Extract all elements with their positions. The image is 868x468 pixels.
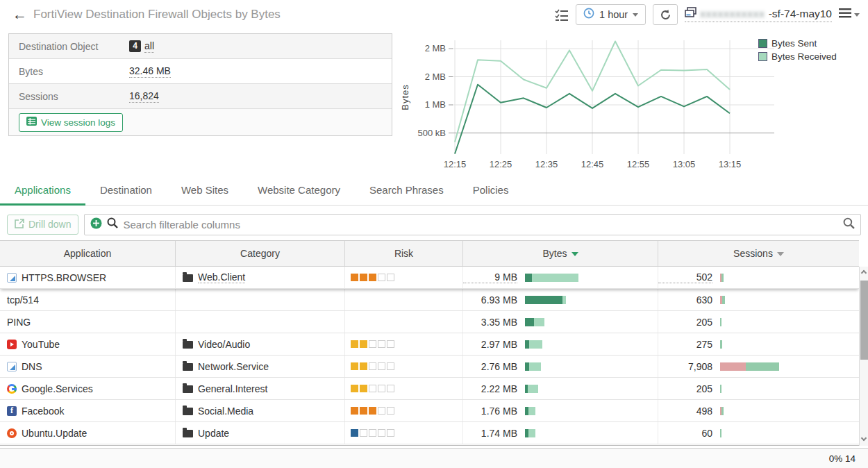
sessions-cell[interactable]: 60 [658, 422, 859, 444]
bytes-value[interactable]: 2.97 MB [463, 339, 517, 350]
add-filter-icon[interactable] [90, 217, 102, 232]
sessions-cell[interactable]: 7,908 [658, 356, 859, 377]
bytes-value[interactable]: 6.93 MB [463, 294, 517, 306]
category-cell[interactable]: Video/Audio [176, 333, 345, 355]
tab-web-sites[interactable]: Web Sites [167, 175, 243, 205]
sessions-cell[interactable]: 502 [658, 267, 859, 288]
column-header-category[interactable]: Category [176, 241, 345, 266]
bytes-cell[interactable]: 2.97 MB [463, 333, 658, 355]
category-cell[interactable]: Web.Client [176, 267, 345, 288]
sessions-value[interactable]: 275 [658, 339, 712, 350]
time-range-dropdown[interactable]: 1 hour [576, 4, 646, 25]
bytes-cell[interactable]: 3.35 MB [463, 311, 658, 333]
table-row[interactable]: YouTubeVideo/Audio2.97 MB275 [0, 333, 859, 356]
main-menu-button[interactable] [839, 8, 860, 21]
bytes-cell[interactable]: 9 MB [463, 267, 658, 288]
application-cell[interactable]: Ubuntu.Update [0, 422, 176, 444]
table-row[interactable]: HTTPS.BROWSERWeb.Client9 MB502 [0, 267, 859, 289]
tab-policies[interactable]: Policies [458, 175, 524, 205]
table-row[interactable]: PING3.35 MB205 [0, 311, 859, 333]
column-header-bytes[interactable]: Bytes [463, 241, 658, 266]
view-session-logs-button[interactable]: View session logs [19, 113, 123, 132]
application-cell[interactable]: Facebook [0, 400, 176, 421]
category-label[interactable]: Social.Media [198, 406, 253, 417]
sessions-value[interactable]: 630 [658, 294, 712, 306]
table-row[interactable]: DNSNetwork.Service2.76 MB7,908 [0, 356, 859, 378]
application-cell[interactable]: Google.Services [0, 378, 176, 399]
category-label[interactable]: Network.Service [198, 361, 269, 372]
legend-item-bytes-received: Bytes Received [758, 51, 837, 62]
sessions-cell[interactable]: 630 [658, 289, 859, 310]
vertical-scrollbar[interactable] [859, 267, 868, 446]
sessions-bar [720, 407, 724, 415]
bytes-value[interactable]: 2.76 MB [463, 361, 517, 372]
risk-square [369, 407, 376, 415]
column-header-risk[interactable]: Risk [345, 241, 463, 266]
tab-search-phrases[interactable]: Search Phrases [355, 175, 458, 205]
category-label[interactable]: Update [198, 428, 229, 439]
back-arrow-icon[interactable]: ← [12, 6, 27, 23]
risk-square [360, 407, 367, 415]
bytes-total-value[interactable]: 32.46 MB [129, 65, 171, 78]
bytes-value[interactable]: 2.22 MB [463, 383, 517, 394]
tab-applications[interactable]: Applications [0, 175, 85, 205]
table-row[interactable]: tcp/5146.93 MB630 [0, 289, 859, 311]
bytes-value[interactable]: 1.76 MB [463, 406, 517, 417]
tab-website-category[interactable]: Website Category [243, 175, 355, 205]
bytes-value[interactable]: 9 MB [463, 271, 517, 283]
checklist-icon[interactable] [555, 8, 569, 21]
sessions-cell[interactable]: 205 [658, 311, 859, 333]
bytes-value[interactable]: 3.35 MB [463, 317, 517, 328]
sessions-value[interactable]: 502 [658, 271, 712, 283]
category-label[interactable]: Video/Audio [198, 339, 250, 350]
application-cell[interactable]: YouTube [0, 333, 176, 355]
tab-destination[interactable]: Destination [85, 175, 167, 205]
table-row[interactable]: FacebookSocial.Media1.76 MB498 [0, 400, 859, 422]
application-cell[interactable]: HTTPS.BROWSER [0, 267, 176, 288]
category-cell[interactable] [176, 311, 345, 333]
bytes-cell[interactable]: 1.76 MB [463, 400, 658, 421]
bytes-cell[interactable]: 2.22 MB [463, 378, 658, 399]
sessions-value[interactable]: 205 [658, 317, 712, 328]
drill-down-label: Drill down [28, 219, 71, 230]
sessions-value[interactable]: 60 [658, 428, 712, 439]
search-input[interactable] [123, 219, 838, 231]
bytes-cell[interactable]: 2.76 MB [463, 356, 658, 377]
scroll-up-icon[interactable] [861, 270, 867, 276]
sessions-cell[interactable]: 205 [658, 378, 859, 399]
hostname[interactable]: xxxxxxxxxxx-sf-74-may10 [685, 7, 832, 22]
category-cell[interactable] [176, 289, 345, 310]
sessions-value[interactable]: 7,908 [658, 361, 712, 372]
table-row[interactable]: Ubuntu.UpdateUpdate1.74 MB60 [0, 422, 859, 444]
filter-search-bar[interactable] [84, 214, 861, 235]
sessions-value[interactable]: 498 [658, 406, 712, 417]
refresh-button[interactable] [653, 4, 678, 25]
table-row[interactable]: Google.ServicesGeneral.Interest2.22 MB20… [0, 378, 859, 400]
search-submit-icon[interactable] [843, 217, 855, 232]
column-header-application[interactable]: Application [0, 241, 176, 266]
application-cell[interactable]: PING [0, 311, 176, 333]
category-cell[interactable]: Network.Service [176, 356, 345, 377]
application-cell[interactable]: DNS [0, 356, 176, 377]
scroll-down-icon[interactable] [861, 435, 867, 441]
risk-cell [345, 400, 463, 421]
bytes-cell[interactable]: 6.93 MB [463, 289, 658, 310]
category-label[interactable]: Web.Client [198, 271, 245, 283]
drill-down-button[interactable]: Drill down [7, 215, 78, 235]
bytes-cell[interactable]: 1.74 MB [463, 422, 658, 444]
category-cell[interactable]: Update [176, 422, 345, 444]
column-header-sessions[interactable]: Sessions [658, 241, 859, 266]
risk-square [369, 362, 376, 370]
category-cell[interactable]: Social.Media [176, 400, 345, 421]
sessions-value[interactable]: 205 [658, 383, 712, 394]
category-cell[interactable]: General.Interest [176, 378, 345, 399]
category-label[interactable]: General.Interest [198, 383, 267, 394]
sessions-cell[interactable]: 275 [658, 333, 859, 355]
destination-value[interactable]: all [144, 40, 154, 53]
application-cell[interactable]: tcp/514 [0, 289, 176, 310]
bytes-value[interactable]: 1.74 MB [463, 428, 517, 439]
sessions-total-value[interactable]: 16,824 [129, 90, 159, 103]
risk-square [351, 407, 358, 415]
scrollbar-thumb[interactable] [860, 281, 868, 360]
sessions-cell[interactable]: 498 [658, 400, 859, 421]
